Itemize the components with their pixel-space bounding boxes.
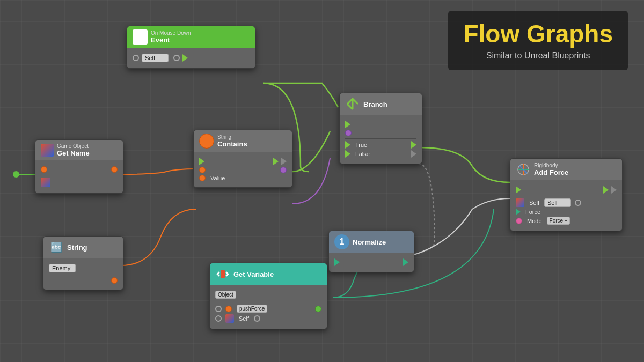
string-contains-node: String Contains Value [193,130,292,188]
on-mouse-down-subtext: On Mouse Down [151,30,191,36]
port-orange-out [111,166,118,173]
svg-rect-1 [221,270,225,278]
branch-body: True False [340,115,422,164]
game-object-node: Game Object Get Name [35,139,123,194]
get-variable-type[interactable]: Object [215,291,236,299]
exec-out-arrow2 [273,158,279,165]
port-green-out [315,306,321,312]
rigidbody-subtext: Rigidbody [534,162,568,168]
port-orange-gv1 [225,306,232,312]
port-orange-in2 [199,167,206,173]
branch-exec-in [345,121,350,128]
title-box: Flow Graphs Similar to Unreal Blueprints [448,11,628,70]
cube-icon-rb [516,198,524,207]
rb-exec-out2 [611,186,617,194]
normalize-body [329,253,414,272]
game-object-subtext: Game Object [57,143,90,149]
string-enemy-body: Enemy [43,258,123,290]
main-title: Flow Graphs [463,20,613,48]
enemy-value[interactable]: Enemy [49,264,76,272]
branch-false-out [411,150,416,158]
branch-port-purple [345,130,352,136]
rb-force-label: Force [525,209,540,215]
string-contains-body: Value [194,152,292,187]
rb-self-field[interactable]: Self [544,198,571,207]
self-field[interactable]: Self [142,54,169,62]
port-circle-right [173,55,180,61]
get-variable-varname[interactable]: pushForce [237,305,267,313]
on-mouse-down-body: Self [127,48,255,68]
string-contains-header: String Contains [194,130,292,152]
get-variable-body: Object pushForce Self [210,285,327,329]
port-orange-in [41,166,47,173]
normalize-icon: 1 [334,234,349,249]
rb-exec-out [603,186,609,194]
branch-true-arrow [345,141,350,149]
cube-icon [41,144,54,157]
string-enemy-title: String [67,243,87,252]
rb-mode-dropdown[interactable]: Force ÷ [547,217,570,225]
rigidbody-body: Self Self Force Mode Force ÷ [510,180,622,231]
port-orange-val [199,175,206,181]
rb-exec-in [516,186,521,194]
branch-false-arrow [345,150,350,158]
branch-icon [345,97,360,112]
mouse-icon: 🖱 [133,29,148,45]
port-circle-self [254,315,260,322]
game-object-body [35,160,123,193]
rb-mode-label: Mode [527,218,542,224]
rigidbody-icon [516,162,531,177]
on-mouse-down-node: 🖱 On Mouse Down Event Self [127,26,255,69]
cube-icon-gv [225,314,234,323]
branch-true-label: True [355,142,367,148]
rigidbody-title: Add Force [534,168,568,176]
game-object-header: Game Object Get Name [35,140,123,160]
branch-false-label: False [355,151,370,157]
string-enemy-node: 🔤 String Enemy [43,236,123,290]
game-object-title: Get Name [57,149,90,157]
value-label: Value [210,175,225,181]
getvariable-icon [215,267,230,282]
exec-in-arrow [199,158,204,165]
exec-out-arrow-outline [281,158,287,165]
string-contains-title: Contains [217,140,247,148]
branch-header: Branch [340,93,422,115]
rigidbody-node: Rigidbody Add Force Self Self Force Mode… [510,158,623,231]
rb-self-label: Self [529,200,539,206]
port-circle [133,55,139,61]
normalize-title: Normalize [353,238,386,246]
port-orange-out-enemy [111,277,118,284]
string-contains-subtext: String [217,134,247,140]
get-variable-self: Self [239,315,249,322]
on-mouse-down-header: 🖱 On Mouse Down Event [127,26,255,48]
branch-title: Branch [363,100,387,108]
string-icon: 🔤 [49,240,64,255]
port-purple-out [280,167,287,173]
exec-out-arrow [182,54,188,62]
normalize-node: 1 Normalize [328,231,414,272]
port-empty-1 [215,306,222,312]
on-mouse-down-title: Event [151,36,191,44]
branch-true-out [411,141,416,149]
get-variable-title: Get Variable [233,270,274,278]
rigidbody-header: Rigidbody Add Force [510,159,622,180]
port-pink-mode [516,218,522,224]
svg-point-0 [13,171,19,178]
orange-circle-icon [199,134,214,149]
port-empty-2 [215,315,222,322]
sub-title: Similar to Unreal Blueprints [463,51,613,61]
string-enemy-header: 🔤 String [43,237,123,258]
branch-node: Branch True False [339,93,422,164]
get-variable-node: Get Variable Object pushForce Self [209,263,327,329]
port-circle-self-rb [575,200,581,206]
cube-icon-small [41,178,50,187]
get-variable-header: Get Variable [210,263,327,285]
normalize-header: 1 Normalize [329,231,414,253]
